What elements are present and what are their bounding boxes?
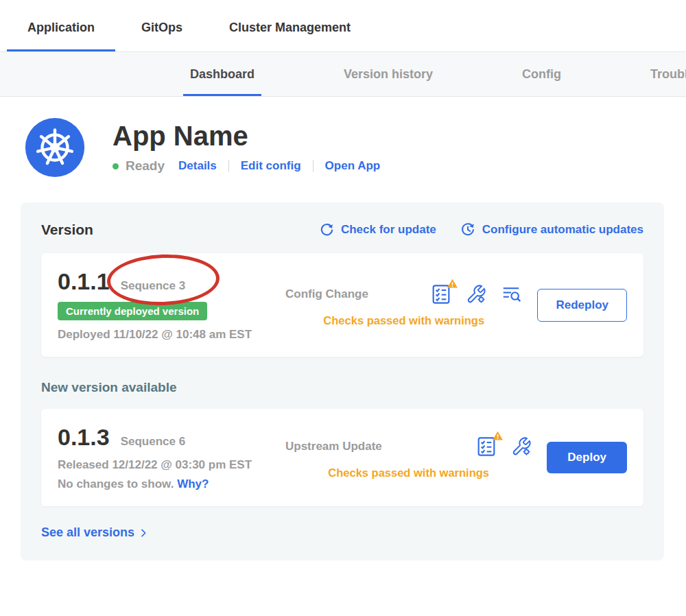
version-panel-header: Version Check for update [41, 222, 643, 238]
version-actions: Check for update Configure automatic upd… [319, 222, 643, 238]
app-header-text: App Name Ready Details Edit config Open … [113, 121, 380, 174]
current-version-sequence: Sequence 3 [121, 279, 186, 293]
released-date: Released 12/12/22 @ 03:30 pm EST [58, 458, 285, 472]
kubernetes-logo [25, 117, 85, 178]
ready-status-dot [113, 163, 119, 169]
page-title: App Name [113, 121, 380, 150]
tab-troubleshoot[interactable]: Troubleshoot [643, 67, 686, 96]
current-version-middle: Config Change [285, 283, 537, 327]
edit-config-link[interactable]: Edit config [241, 159, 301, 173]
version-line: 0.1.3 Sequence 6 [58, 424, 285, 451]
redeploy-button[interactable]: Redeploy [537, 289, 627, 322]
current-version-card: 0.1.1 Sequence 3 Currently deployed vers… [41, 253, 643, 357]
tab-application[interactable]: Application [7, 21, 115, 51]
new-version-available-heading: New version available [41, 380, 643, 395]
preflight-checks-icon[interactable] [430, 283, 452, 305]
current-version-icons [430, 283, 522, 305]
chevron-right-icon [138, 528, 149, 538]
clock-update-icon [460, 222, 476, 238]
refresh-icon [319, 222, 335, 238]
checks-status-text: Checks passed with warnings [285, 314, 522, 327]
version-panel: Version Check for update [21, 202, 664, 560]
edit-config-icon[interactable] [511, 436, 532, 457]
version-heading: Version [41, 222, 93, 238]
primary-nav: Application GitOps Cluster Management [0, 0, 686, 52]
divider [228, 160, 229, 172]
new-version-middle: Upstream Update [285, 436, 547, 479]
details-link[interactable]: Details [178, 159, 217, 173]
tab-config[interactable]: Config [515, 67, 568, 96]
deploy-button[interactable]: Deploy [547, 442, 627, 473]
new-version-icons [475, 436, 532, 458]
divider [313, 160, 314, 172]
currently-deployed-badge: Currently deployed version [58, 302, 207, 320]
view-diff-icon[interactable] [500, 284, 522, 305]
checks-status-text: Checks passed with warnings [285, 466, 532, 479]
new-version-info: 0.1.3 Sequence 6 Released 12/12/22 @ 03:… [58, 424, 285, 491]
check-for-update-link[interactable]: Check for update [319, 222, 436, 238]
warning-triangle-icon [492, 430, 504, 445]
tab-cluster-management[interactable]: Cluster Management [209, 21, 371, 51]
check-for-update-label: Check for update [341, 223, 436, 237]
version-line: 0.1.1 Sequence 3 [58, 268, 285, 295]
new-version-number: 0.1.3 [58, 424, 110, 451]
deployed-date: Deployed 11/10/22 @ 10:48 am EST [58, 328, 285, 342]
tab-dashboard[interactable]: Dashboard [183, 67, 261, 96]
status-text: Ready [126, 158, 165, 174]
open-app-link[interactable]: Open App [325, 159, 381, 173]
no-changes-row: No changes to show. Why? [58, 477, 285, 491]
see-all-versions-link[interactable]: See all versions [41, 525, 149, 540]
tab-version-history[interactable]: Version history [337, 67, 440, 96]
status-row: Ready Details Edit config Open App [113, 158, 380, 174]
configure-automatic-updates-label: Configure automatic updates [482, 223, 643, 237]
change-type-label: Config Change [285, 287, 368, 301]
secondary-nav: Dashboard Version history Config Trouble… [0, 52, 686, 97]
new-version-sequence: Sequence 6 [121, 435, 186, 449]
configure-automatic-updates-link[interactable]: Configure automatic updates [460, 222, 643, 238]
current-version-info: 0.1.1 Sequence 3 Currently deployed vers… [58, 268, 285, 342]
preflight-checks-icon[interactable] [475, 436, 497, 458]
app-header: App Name Ready Details Edit config Open … [25, 117, 686, 178]
tab-gitops[interactable]: GitOps [121, 21, 203, 51]
admin-console-page: Application GitOps Cluster Management Da… [0, 0, 686, 616]
current-version-number: 0.1.1 [58, 268, 110, 295]
warning-triangle-icon [447, 278, 458, 292]
change-type-label: Upstream Update [285, 440, 382, 453]
edit-config-icon[interactable] [466, 284, 486, 305]
new-version-card: 0.1.3 Sequence 6 Released 12/12/22 @ 03:… [41, 409, 643, 506]
see-all-versions-label: See all versions [41, 525, 134, 540]
why-link[interactable]: Why? [177, 477, 209, 490]
no-changes-text: No changes to show. [58, 477, 174, 490]
